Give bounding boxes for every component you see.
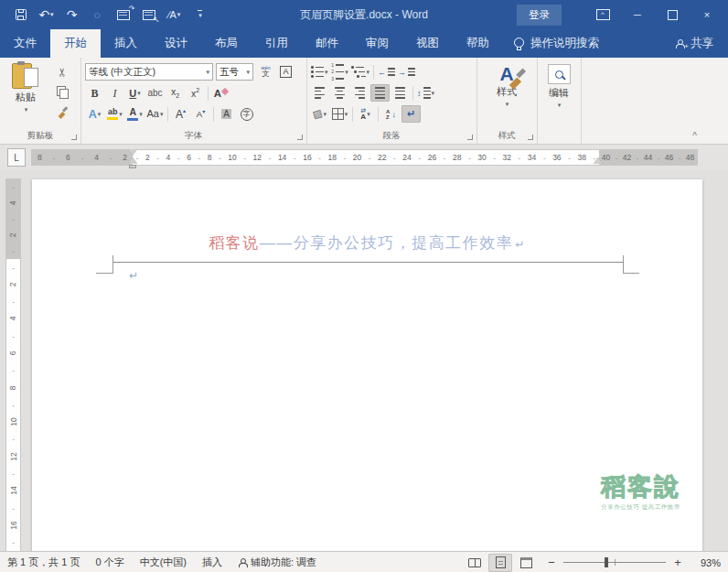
- enclose-characters-icon[interactable]: 字: [237, 105, 256, 123]
- underline-icon[interactable]: U▾: [125, 84, 145, 102]
- chevron-down-icon[interactable]: ▾: [246, 69, 250, 76]
- page-number-status[interactable]: 第 1 页，共 1 页: [7, 556, 80, 569]
- character-shading-icon[interactable]: A: [217, 105, 236, 123]
- italic-icon[interactable]: I: [105, 84, 124, 102]
- strikethrough-icon[interactable]: abc: [145, 84, 165, 102]
- font-color-icon[interactable]: A▾: [125, 105, 145, 123]
- style-painter-icon[interactable]: ∕A▾: [165, 6, 184, 24]
- distribute-icon[interactable]: [391, 84, 410, 102]
- tab-stop-selector[interactable]: L: [7, 148, 26, 167]
- word-count-status[interactable]: 0 个字: [95, 556, 123, 569]
- ribbon-display-options-icon[interactable]: ^: [585, 0, 620, 29]
- undo-icon[interactable]: ↶▾: [37, 6, 56, 24]
- numbering-icon[interactable]: 123▾: [330, 63, 349, 81]
- line-spacing-icon[interactable]: ↕▾: [416, 84, 435, 102]
- font-dialog-launcher[interactable]: [297, 135, 303, 140]
- collapse-ribbon-icon[interactable]: ^: [692, 131, 697, 141]
- tab-邮件[interactable]: 邮件: [302, 29, 352, 58]
- chevron-down-icon[interactable]: ▾: [206, 69, 209, 76]
- chevron-down-icon[interactable]: ▾: [506, 101, 509, 108]
- copy-icon[interactable]: [53, 85, 72, 99]
- chevron-down-icon[interactable]: ▾: [558, 102, 562, 109]
- align-left-icon[interactable]: [310, 84, 329, 102]
- tab-开始[interactable]: 开始: [50, 29, 101, 58]
- align-right-icon[interactable]: [350, 84, 369, 102]
- increase-indent-icon[interactable]: →: [397, 63, 416, 81]
- text-highlight-icon[interactable]: ab▾: [105, 105, 124, 123]
- show-marks-icon[interactable]: ↵: [401, 105, 421, 123]
- shrink-font-icon[interactable]: A▾: [191, 105, 210, 123]
- sort-icon[interactable]: AZ↓: [381, 105, 401, 123]
- right-indent-marker[interactable]: [594, 157, 603, 164]
- left-indent-marker[interactable]: [129, 165, 136, 168]
- insert-field-icon[interactable]: ↷: [113, 6, 133, 24]
- save-icon[interactable]: [11, 6, 30, 24]
- phonetic-guide-icon[interactable]: wén文: [256, 63, 275, 81]
- shading-icon[interactable]: ▨▾: [310, 105, 329, 123]
- tab-file[interactable]: 文件: [0, 29, 50, 58]
- clipboard-dialog-launcher[interactable]: [71, 135, 77, 140]
- asian-layout-icon[interactable]: ⇄A▾: [356, 105, 375, 123]
- bold-icon[interactable]: B: [85, 84, 104, 102]
- paragraph-dialog-launcher[interactable]: [467, 135, 473, 140]
- zoom-out-button[interactable]: −: [547, 556, 556, 569]
- read-mode-icon[interactable]: [463, 554, 487, 572]
- first-line-indent-marker[interactable]: [128, 149, 137, 156]
- align-center-icon[interactable]: [330, 84, 349, 102]
- text-effects-icon[interactable]: A▾: [85, 105, 104, 123]
- share-button[interactable]: + 共享: [675, 29, 728, 58]
- document-page[interactable]: 稻客说——分享办公技巧，提高工作效率↵ ↵ 稻客說 分享办公技巧 提高工作效率: [32, 179, 702, 551]
- tab-引用[interactable]: 引用: [252, 29, 302, 58]
- change-case-icon[interactable]: Aa▾: [145, 105, 165, 123]
- dropdown-arrow-icon[interactable]: ▾: [25, 106, 28, 113]
- repeat-disabled-icon[interactable]: ○: [88, 6, 107, 24]
- tab-布局[interactable]: 布局: [201, 29, 252, 58]
- ruler-tick: -: [568, 154, 571, 162]
- tell-me-search[interactable]: 操作说明搜索: [514, 29, 599, 58]
- superscript-icon[interactable]: x2: [186, 84, 205, 102]
- print-layout-icon[interactable]: [488, 554, 512, 572]
- ruler-tick: -: [444, 154, 446, 162]
- insert-mode-status[interactable]: 插入: [202, 556, 222, 569]
- zoom-in-button[interactable]: +: [673, 556, 682, 569]
- close-icon[interactable]: ×: [690, 0, 724, 29]
- styles-gallery-button[interactable]: A 样式 ▾: [476, 64, 537, 108]
- font-name-combo[interactable]: 等线 (中文正文) ▾: [85, 63, 213, 81]
- language-status[interactable]: 中文(中国): [140, 556, 187, 569]
- minimize-icon[interactable]: ─: [620, 0, 655, 29]
- horizontal-ruler[interactable]: 8-6-4-2 -2-4-6-8-10-12-14-16-18-20-22-24…: [32, 150, 697, 165]
- borders-icon[interactable]: ▾: [330, 105, 349, 123]
- tab-视图[interactable]: 视图: [402, 29, 453, 58]
- bullets-icon[interactable]: ▾: [310, 63, 329, 81]
- customize-qat-icon[interactable]: ▾: [190, 6, 209, 24]
- tab-帮助[interactable]: 帮助: [453, 29, 503, 58]
- vertical-ruler[interactable]: -4-2- -2-4-6-8-10-12-14-16-: [6, 179, 20, 551]
- format-painter-icon[interactable]: [53, 105, 72, 119]
- login-button[interactable]: 登录: [517, 5, 562, 26]
- multilevel-list-icon[interactable]: ▾: [350, 63, 370, 81]
- maximize-icon[interactable]: [655, 0, 690, 29]
- paste-button[interactable]: 粘贴 ▾: [5, 63, 47, 113]
- tab-审阅[interactable]: 审阅: [352, 29, 402, 58]
- zoom-percentage[interactable]: 93%: [691, 557, 721, 568]
- character-border-icon[interactable]: A: [276, 63, 295, 81]
- clear-formatting-icon[interactable]: A: [211, 84, 230, 102]
- editing-group-button[interactable]: 编辑 ▾: [537, 64, 581, 109]
- zoom-slider[interactable]: [563, 562, 666, 563]
- accessibility-status[interactable]: 辅助功能: 调查: [238, 556, 316, 569]
- cut-icon[interactable]: ✂: [53, 65, 72, 79]
- redo-icon[interactable]: ↷: [62, 6, 81, 24]
- web-layout-icon[interactable]: [514, 554, 538, 572]
- justify-icon[interactable]: [370, 84, 390, 102]
- styles-dialog-launcher[interactable]: [528, 135, 533, 140]
- zoom-slider-thumb[interactable]: [605, 557, 608, 567]
- tab-设计[interactable]: 设计: [151, 29, 201, 58]
- font-size-combo[interactable]: 五号 ▾: [216, 63, 253, 81]
- decrease-indent-icon[interactable]: ←: [377, 63, 396, 81]
- grow-font-icon[interactable]: A▴: [171, 105, 190, 123]
- header-text[interactable]: 稻客说——分享办公技巧，提高工作效率↵: [32, 232, 702, 254]
- select-object-icon[interactable]: ↖: [139, 6, 158, 24]
- hanging-indent-marker[interactable]: [128, 157, 137, 164]
- subscript-icon[interactable]: x2: [166, 84, 185, 102]
- tab-插入[interactable]: 插入: [101, 29, 151, 58]
